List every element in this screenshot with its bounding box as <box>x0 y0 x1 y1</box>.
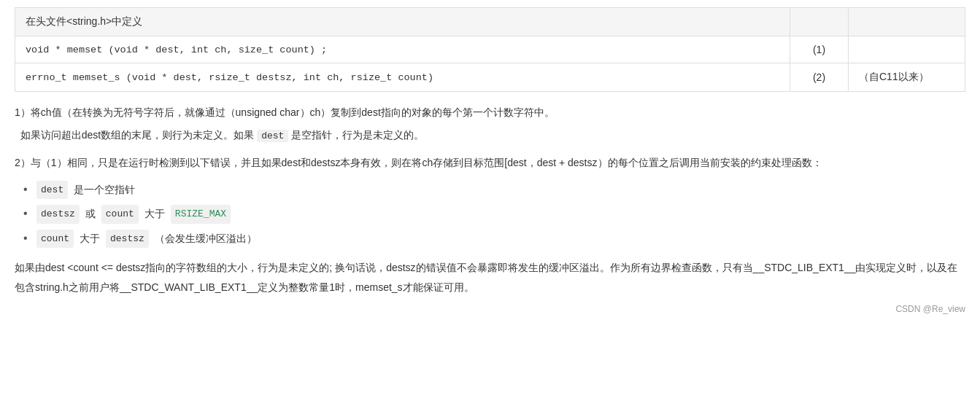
point1-line2: 如果访问超出dest数组的末尾，则行为未定义。如果 dest 是空指针，行为是未… <box>15 126 965 144</box>
description-point1: 1）将ch值（在转换为无符号字符后，就像通过（unsigned char）ch）… <box>15 104 965 145</box>
point1-pre: 1）将ch值（在转换为无符号字符后，就像通过（unsigned char）ch）… <box>15 106 555 118</box>
table-header-row: 在头文件<string.h>中定义 <box>15 8 965 36</box>
bullet3-label: （会发生缓冲区溢出） <box>155 230 257 248</box>
dest-code-inline: dest <box>257 130 288 142</box>
bullet2-destsz: destsz <box>36 205 80 223</box>
bullet3-count: count <box>36 230 74 248</box>
header-col2 <box>790 8 849 36</box>
row2-number: (2) <box>790 63 849 92</box>
header-col3 <box>849 8 965 36</box>
row1-code: void * memset (void * dest, int ch, size… <box>15 36 790 63</box>
list-item: destsz 或 count 大于 RSIZE_MAX <box>36 205 965 223</box>
row1-note <box>849 36 965 63</box>
table-row: void * memset (void * dest, int ch, size… <box>15 36 965 63</box>
bottom-description: 如果由dest <count <= destsz指向的字符数组的大小，行为是未定… <box>15 258 965 297</box>
row1-number: (1) <box>790 36 849 63</box>
api-table: 在头文件<string.h>中定义 void * memset (void * … <box>15 7 965 92</box>
description-point2: 2）与（1）相同，只是在运行时检测到以下错误，并且如果dest和destsz本身… <box>15 154 965 172</box>
bottom-text: 如果由dest <count <= destsz指向的字符数组的大小，行为是未定… <box>15 262 957 293</box>
bullet-list: dest 是一个空指针 destsz 或 count 大于 RSIZE_MAX … <box>15 181 965 248</box>
bullet3-greater: 大于 <box>80 230 100 248</box>
list-item: count 大于 destsz （会发生缓冲区溢出） <box>36 230 965 248</box>
table-row: errno_t memset_s (void * dest, rsize_t d… <box>15 63 965 92</box>
bullet2-count: count <box>101 205 139 223</box>
footer-label: CSDN @Re_view <box>895 304 965 314</box>
row2-code: errno_t memset_s (void * dest, rsize_t d… <box>15 63 790 92</box>
list-item: dest 是一个空指针 <box>36 181 965 199</box>
row2-note: （自C11以来） <box>849 63 965 92</box>
point2-text: 2）与（1）相同，只是在运行时检测到以下错误，并且如果dest和destsz本身… <box>15 154 965 172</box>
page-footer: CSDN @Re_view <box>15 304 965 314</box>
bullet3-destsz: destsz <box>106 230 149 248</box>
bullet2-rsize: RSIZE_MAX <box>171 205 231 223</box>
point1-text: 1）将ch值（在转换为无符号字符后，就像通过（unsigned char）ch）… <box>15 104 965 122</box>
bullet2-or: 或 <box>85 205 96 223</box>
header-col1: 在头文件<string.h>中定义 <box>15 8 790 36</box>
bullet2-greater: 大于 <box>144 205 165 223</box>
bullet1-dest: dest <box>36 181 68 199</box>
bullet1-label: 是一个空指针 <box>74 181 135 199</box>
